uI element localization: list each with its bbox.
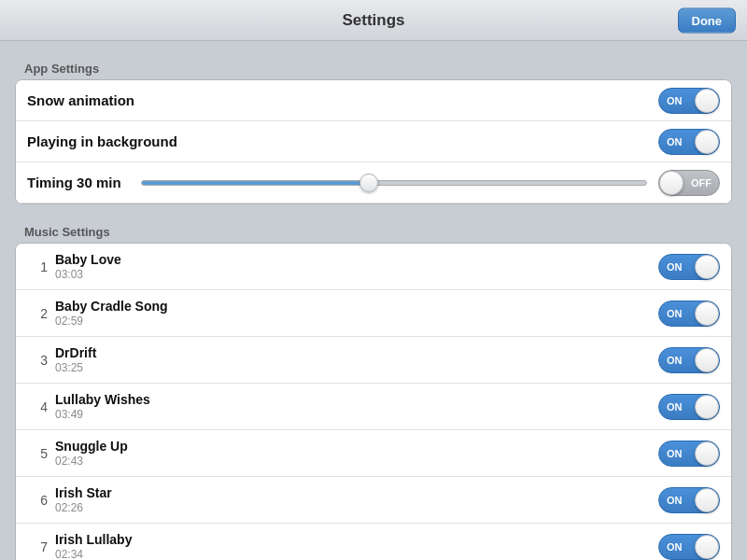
track-toggle[interactable]: ON: [658, 394, 720, 420]
timing-toggle[interactable]: OFF: [658, 170, 720, 196]
music-track-row: 6 Irish Star 02:26 ON: [16, 477, 731, 524]
track-info: Irish Star 02:26: [55, 484, 651, 516]
background-play-toggle-knob: [695, 130, 719, 154]
track-name: Irish Star: [55, 484, 651, 501]
snow-animation-toggle-knob: [695, 89, 719, 113]
track-toggle-label: ON: [667, 448, 683, 459]
track-toggle-knob: [695, 535, 719, 559]
snow-animation-toggle[interactable]: ON: [658, 88, 720, 114]
track-toggle-knob: [695, 441, 719, 466]
track-number: 1: [27, 259, 48, 274]
timing-toggle-label: OFF: [691, 177, 712, 189]
track-toggle-label: ON: [667, 495, 683, 506]
track-duration: 03:25: [55, 361, 651, 376]
track-toggle-label: ON: [667, 541, 683, 553]
track-duration: 02:43: [55, 455, 651, 469]
music-track-row: 5 Snuggle Up 02:43 ON: [16, 430, 731, 477]
music-track-row: 7 Irish Lullaby 02:34 ON: [16, 524, 731, 560]
track-toggle[interactable]: ON: [658, 347, 720, 373]
track-toggle-knob: [695, 395, 719, 419]
track-toggle[interactable]: ON: [658, 487, 720, 513]
background-play-row: Playing in background ON: [16, 121, 731, 162]
background-play-label: Playing in background: [27, 133, 658, 149]
timing-slider-track: [141, 180, 647, 186]
track-toggle-label: ON: [667, 401, 683, 413]
track-number: 2: [27, 306, 48, 321]
timing-row: Timing 30 min OFF: [16, 162, 731, 203]
track-name: Baby Love: [55, 251, 651, 268]
track-toggle-label: ON: [667, 261, 683, 273]
track-toggle[interactable]: ON: [658, 254, 720, 280]
snow-animation-label: Snow animation: [27, 92, 658, 108]
track-number: 3: [27, 353, 48, 368]
track-toggle-label: ON: [667, 308, 683, 319]
track-info: DrDrift 03:25: [55, 344, 651, 376]
background-play-toggle[interactable]: ON: [658, 129, 720, 155]
track-info: Baby Cradle Song 02:59: [55, 298, 651, 329]
track-number: 5: [27, 446, 48, 461]
track-info: Irish Lullaby 02:34: [55, 531, 651, 560]
track-toggle[interactable]: ON: [658, 441, 720, 467]
track-name: Baby Cradle Song: [55, 298, 651, 315]
app-settings-header: App Settings: [15, 56, 732, 79]
page-title: Settings: [342, 11, 404, 30]
timing-label: Timing 30 min: [27, 175, 130, 190]
track-info: Snuggle Up 02:43: [55, 438, 651, 469]
app-settings-group: Snow animation ON Playing in background …: [15, 79, 732, 204]
track-duration: 02:34: [55, 548, 651, 560]
track-number: 4: [27, 399, 48, 414]
track-number: 7: [27, 539, 48, 554]
track-name: Snuggle Up: [55, 438, 651, 455]
track-duration: 02:59: [55, 315, 651, 329]
track-toggle-label: ON: [667, 355, 683, 366]
music-track-row: 3 DrDrift 03:25 ON: [16, 337, 731, 384]
timing-toggle-knob: [659, 171, 684, 195]
track-toggle-knob: [695, 255, 719, 279]
track-info: Baby Love 03:03: [55, 251, 651, 283]
music-track-row: 2 Baby Cradle Song 02:59 ON: [16, 290, 731, 337]
music-settings-header: Music Settings: [15, 219, 732, 243]
background-play-toggle-label: ON: [667, 136, 683, 147]
track-name: Irish Lullaby: [55, 531, 651, 548]
track-duration: 03:03: [55, 268, 651, 283]
track-toggle[interactable]: ON: [658, 301, 720, 327]
track-toggle-knob: [695, 301, 719, 326]
snow-animation-toggle-label: ON: [667, 95, 683, 106]
track-duration: 02:26: [55, 501, 651, 516]
track-name: Lullaby Wishes: [55, 391, 651, 408]
main-content: App Settings Snow animation ON Playing i…: [0, 41, 747, 560]
track-toggle-knob: [695, 348, 719, 372]
music-track-row: 4 Lullaby Wishes 03:49 ON: [16, 384, 731, 430]
track-toggle-knob: [695, 488, 719, 512]
track-number: 6: [27, 493, 48, 508]
music-track-row: 1 Baby Love 03:03 ON: [16, 244, 731, 290]
track-info: Lullaby Wishes 03:49: [55, 391, 651, 423]
snow-animation-row: Snow animation ON: [16, 80, 731, 121]
track-name: DrDrift: [55, 344, 651, 361]
title-bar: Settings Done: [0, 0, 747, 41]
done-button[interactable]: Done: [678, 7, 737, 33]
timing-slider-container: [141, 174, 647, 192]
track-toggle[interactable]: ON: [658, 534, 720, 560]
timing-slider-thumb[interactable]: [359, 174, 378, 192]
music-settings-group: 1 Baby Love 03:03 ON 2 Baby Cradle Song …: [15, 243, 732, 560]
track-duration: 03:49: [55, 408, 651, 423]
